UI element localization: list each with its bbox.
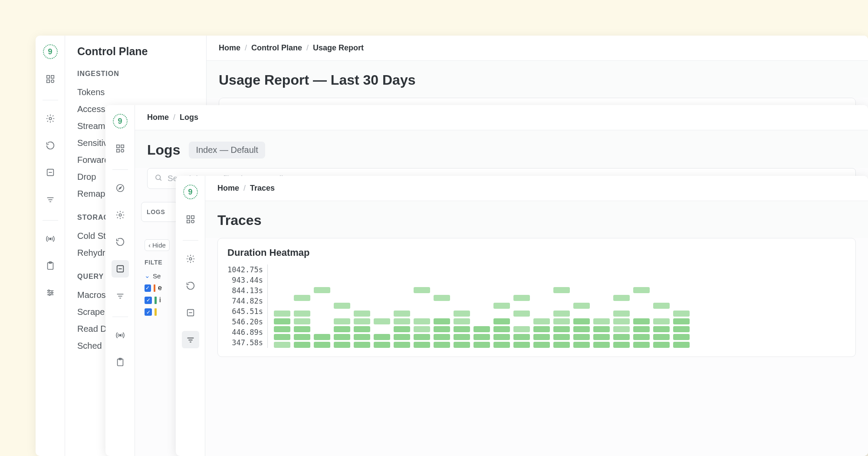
broadcast-icon[interactable] — [112, 327, 129, 344]
heatmap-cell — [633, 318, 650, 324]
sidebar-group-ingestion: INGESTION — [77, 70, 194, 78]
heatmap-cell — [414, 303, 430, 309]
heatmap-cell — [553, 287, 570, 293]
svg-rect-36 — [187, 216, 189, 218]
breadcrumb-usage-report[interactable]: Usage Report — [313, 43, 364, 53]
y-tick: 844.13s — [232, 285, 263, 296]
checkbox-icon[interactable]: ✓ — [145, 308, 152, 316]
checkbox-icon[interactable]: ✓ — [145, 297, 152, 304]
heatmap-cell — [394, 287, 410, 293]
heatmap-cell — [294, 303, 310, 309]
gear-icon[interactable] — [182, 250, 199, 268]
heatmap-cell — [613, 326, 630, 332]
heatmap-cell — [573, 342, 590, 348]
heatmap-cell — [673, 326, 690, 332]
heatmap: 1042.75s943.44s844.13s744.82s645.51s546.… — [227, 264, 846, 348]
heatmap-cell — [573, 318, 590, 324]
heatmap-cell — [334, 326, 350, 332]
heatmap-cell — [274, 318, 290, 324]
heatmap-cell — [633, 342, 650, 348]
heatmap-cell — [334, 303, 350, 309]
y-tick: 546.20s — [232, 317, 263, 327]
logo-icon[interactable]: 9 — [113, 114, 128, 129]
heatmap-cell — [354, 342, 370, 348]
refresh-icon[interactable] — [112, 233, 129, 251]
heatmap-column — [593, 287, 610, 348]
heatmap-cell — [334, 311, 350, 317]
breadcrumb-home[interactable]: Home — [219, 43, 240, 53]
clipboard-icon[interactable] — [42, 257, 59, 274]
logo-icon[interactable]: 9 — [183, 185, 198, 199]
heatmap-cell — [374, 334, 390, 340]
heatmap-column — [553, 287, 570, 348]
filter-section[interactable]: ⌄ Se — [145, 272, 162, 280]
logo-icon[interactable]: 9 — [43, 44, 58, 59]
dashboard-icon[interactable] — [42, 70, 59, 88]
heatmap-cell — [593, 342, 610, 348]
heatmap-cell — [414, 318, 430, 324]
heatmap-cell — [354, 334, 370, 340]
filter-row[interactable]: ✓ i — [145, 296, 162, 304]
breadcrumb-logs[interactable]: Logs — [180, 113, 198, 122]
breadcrumb-traces[interactable]: Traces — [250, 184, 275, 193]
heatmap-cell — [434, 318, 450, 324]
filter-icon[interactable] — [182, 331, 199, 348]
refresh-icon[interactable] — [42, 137, 59, 154]
filter-row[interactable]: ✓ e — [145, 284, 162, 292]
heatmap-cell — [633, 295, 650, 301]
dashboard-icon[interactable] — [112, 140, 129, 157]
heatmap-cell — [274, 311, 290, 317]
dashboard-icon[interactable] — [182, 211, 199, 228]
heatmap-column — [274, 287, 290, 348]
heatmap-cell — [553, 326, 570, 332]
heatmap-cell — [613, 342, 630, 348]
heatmap-cell — [454, 287, 470, 293]
heatmap-cell — [493, 334, 510, 340]
heatmap-cell — [573, 334, 590, 340]
heatmap-cell — [334, 342, 350, 348]
broadcast-icon[interactable] — [42, 230, 59, 248]
heatmap-cell — [314, 311, 330, 317]
clipboard-icon[interactable] — [112, 354, 129, 371]
heatmap-cell — [274, 295, 290, 301]
severity-bar — [155, 297, 157, 304]
heatmap-cell — [493, 311, 510, 317]
chevron-down-icon: ⌄ — [145, 272, 150, 280]
gear-icon[interactable] — [42, 110, 59, 127]
heatmap-cell — [553, 311, 570, 317]
heatmap-cell — [434, 334, 450, 340]
filter-char: e — [158, 284, 162, 292]
checkbox-icon[interactable]: ✓ — [145, 284, 151, 292]
heatmap-cell — [513, 287, 530, 293]
heatmap-cell — [294, 318, 310, 324]
breadcrumb-control-plane[interactable]: Control Plane — [251, 43, 302, 53]
filter-row[interactable]: ✓ — [145, 308, 162, 316]
svg-point-4 — [49, 117, 52, 120]
document-icon[interactable] — [182, 304, 199, 321]
sliders-icon[interactable] — [42, 284, 59, 301]
heatmap-cell — [593, 334, 610, 340]
index-pill[interactable]: Index — Default — [189, 142, 265, 159]
filter-label: FILTE — [145, 259, 162, 266]
heatmap-column — [414, 287, 430, 348]
svg-rect-1 — [51, 76, 53, 78]
heatmap-cell — [513, 326, 530, 332]
breadcrumb-home[interactable]: Home — [217, 184, 239, 193]
breadcrumb-home[interactable]: Home — [147, 113, 169, 122]
compass-icon[interactable] — [112, 179, 129, 197]
y-tick: 943.44s — [232, 275, 263, 285]
document-icon[interactable] — [112, 260, 129, 278]
sidebar-item-tokens[interactable]: Tokens — [77, 84, 194, 101]
refresh-icon[interactable] — [182, 277, 199, 294]
heatmap-cell — [673, 318, 690, 324]
hide-button[interactable]: ‹ Hide — [145, 239, 170, 251]
gear-icon[interactable] — [112, 206, 129, 224]
heatmap-cell — [653, 295, 670, 301]
filter-icon[interactable] — [112, 287, 129, 304]
heatmap-cell — [633, 334, 650, 340]
page-title: Logs — [147, 142, 180, 158]
heatmap-cell — [374, 303, 390, 309]
document-icon[interactable] — [42, 164, 59, 181]
heatmap-cell — [434, 295, 450, 301]
filter-icon[interactable] — [42, 191, 59, 208]
